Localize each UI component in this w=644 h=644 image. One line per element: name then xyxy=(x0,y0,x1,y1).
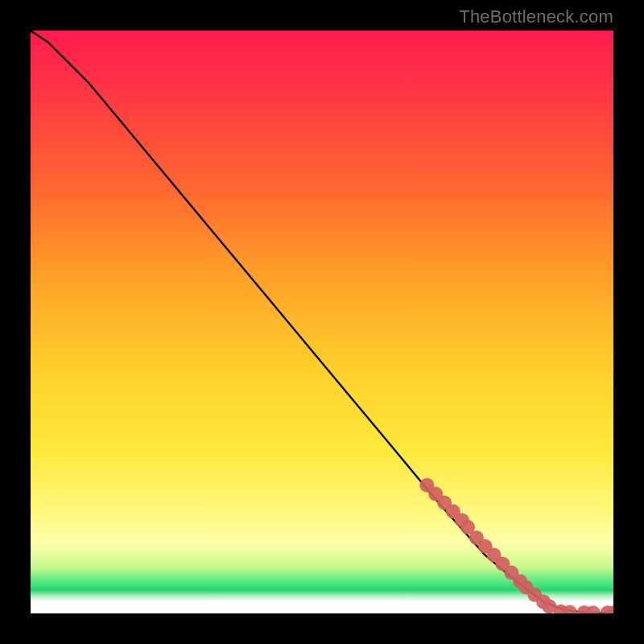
plot-area xyxy=(31,31,613,613)
series-curve xyxy=(31,31,613,613)
attribution-text: TheBottleneck.com xyxy=(459,6,613,27)
chart-frame: TheBottleneck.com xyxy=(0,0,644,644)
curve-layer xyxy=(31,31,613,613)
marker-layer xyxy=(419,478,613,613)
chart-svg xyxy=(31,31,613,613)
